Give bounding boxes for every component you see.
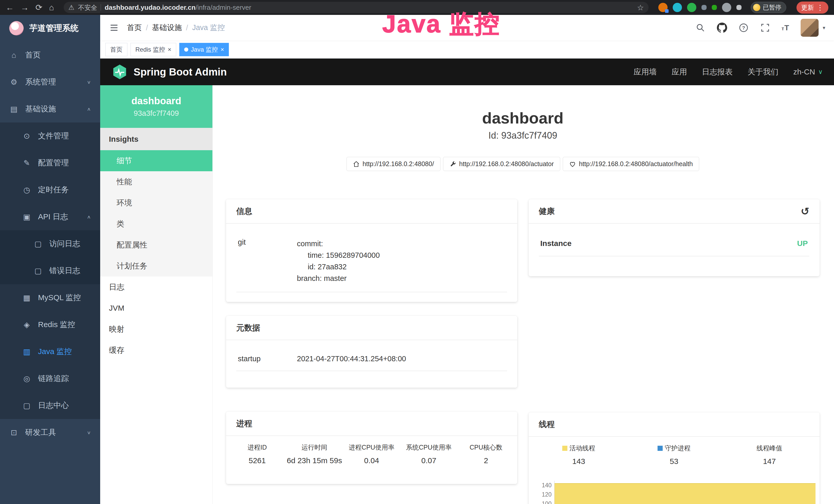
sba-menu-metrics[interactable]: 性能 [100,171,213,192]
sidebar-item-config-mgmt[interactable]: ✎ 配置管理 [0,150,100,176]
info-card: 信息 git commit: time: 1596289704000 id: 2… [226,199,517,302]
y-tick: 100 [531,499,554,504]
tab-java-monitor[interactable]: Java 监控 × [179,43,229,56]
threads-chart: 140 120 100 [529,481,820,504]
sba-nav-wall[interactable]: 应用墙 [633,67,657,77]
header-actions: ? тT ▾ [695,19,825,37]
redis-icon: ◈ [22,320,31,329]
browser-home-icon[interactable]: ⌂ [49,3,54,12]
menu-section-insights: Insights [100,128,213,150]
puzzle-extension-icon[interactable] [737,5,742,10]
chrome-update-button[interactable]: 更新 ⋮ [796,2,828,14]
sba-nav-about[interactable]: 关于我们 [747,67,778,77]
sba-menu-config-props[interactable]: 配置属性 [100,234,213,255]
extension-icon[interactable] [658,3,667,12]
sba-nav-journal[interactable]: 日志报表 [702,67,732,77]
column-header: CPU核心数 [458,443,515,452]
process-col-proc-cpu: 进程CPU使用率 0.04 [343,443,400,465]
legend-swatch-yellow [562,446,567,451]
sba-menu-details[interactable]: 细节 [100,150,213,171]
git-branch-line: branch: master [297,273,380,284]
sba-brand-label: Spring Boot Admin [134,66,227,78]
extension-icon[interactable] [687,3,696,12]
locale-select[interactable]: zh-CN ∨ [793,68,823,76]
sidebar-item-infrastructure[interactable]: ▤ 基础设施 ∧ [0,95,100,122]
extension-icon[interactable] [673,3,682,12]
locale-label: zh-CN [793,68,815,76]
search-icon[interactable] [695,23,706,33]
sba-brand[interactable]: Spring Boot Admin [111,64,227,80]
sidebar-item-mysql-monitor[interactable]: ▦ MySQL 监控 [0,284,100,311]
extension-icon[interactable] [701,5,707,10]
health-url-button[interactable]: http://192.168.0.2:48080/actuator/health [563,157,699,171]
wrench-icon [449,161,456,167]
sba-menu-caches[interactable]: 缓存 [100,340,213,361]
sidebar-item-file-mgmt[interactable]: ⊙ 文件管理 [0,122,100,150]
legend-value: 147 [722,457,817,466]
profile-paused-badge[interactable]: 已暂停 [751,2,786,13]
chart-y-axis: 140 120 100 [531,481,554,504]
bookmark-star-icon[interactable]: ☆ [637,3,644,12]
user-avatar[interactable] [800,19,818,37]
font-size-icon[interactable]: тT [782,23,789,32]
svg-text:?: ? [742,25,745,30]
instance-id: 93a3fc7f7409 [134,109,179,118]
fullscreen-icon[interactable] [760,23,770,33]
forward-icon[interactable]: → [21,3,29,12]
sba-nav-applications[interactable]: 应用 [672,67,687,77]
github-icon[interactable] [717,23,727,33]
back-icon[interactable]: ← [6,3,14,12]
breadcrumb-item[interactable]: 首页 [127,23,142,33]
extension-icon[interactable] [722,3,731,12]
avatar-caret-icon: ▾ [823,25,825,31]
breadcrumb-item-current: Java 监控 [192,23,225,33]
address-bar[interactable]: ⚠ 不安全 dashboard.yudao.iocoder.cn/infra/a… [64,2,649,13]
sidebar-item-java-monitor[interactable]: ▥ Java 监控 [0,338,100,365]
breadcrumb-item[interactable]: 基础设施 [152,23,182,33]
help-icon[interactable]: ? [739,23,749,33]
sba-menu-scheduled-tasks[interactable]: 计划任务 [100,255,213,276]
cards-left-column: 信息 git commit: time: 1596289704000 id: 2… [226,199,517,484]
sidebar-item-system-mgmt[interactable]: ⚙ 系统管理 ∨ [0,69,100,95]
column-value: 0.07 [400,456,458,465]
app-logo[interactable]: 芋道管理系统 [0,15,100,42]
sidebar-item-tracing[interactable]: ◎ 链路追踪 [0,365,100,392]
history-icon[interactable]: ↺ [800,205,809,217]
info-git-row: git commit: time: 1596289704000 id: 27aa… [236,231,507,292]
close-icon[interactable]: × [220,46,224,53]
sidebar-item-dev-tools[interactable]: ⊡ 研发工具 ∨ [0,419,100,446]
chevron-down-icon: ∨ [87,430,91,435]
hamburger-icon[interactable] [109,23,119,33]
sidebar-item-log-center[interactable]: ▢ 日志中心 [0,392,100,419]
sba-menu-mappings[interactable]: 映射 [100,319,213,340]
sba-menu-environment[interactable]: 环境 [100,192,213,213]
instance-header[interactable]: dashboard 93a3fc7f7409 [100,85,213,128]
extension-icon[interactable] [712,5,717,10]
tabs-bar: 首页 Redis 监控 × Java 监控 × [100,41,834,59]
home-icon: ⌂ [9,51,19,60]
service-url-button[interactable]: http://192.168.0.2:48080/ [347,157,440,171]
tab-label: Redis 监控 [135,45,165,54]
sidebar-item-label: 错误日志 [49,266,80,276]
sba-menu-jvm[interactable]: JVM [100,298,213,319]
sba-menu-logs[interactable]: 日志 [100,276,213,298]
sidebar-item-home[interactable]: ⌂ 首页 [0,42,100,69]
browser-menu-icon[interactable]: ⋮ [816,3,824,12]
close-icon[interactable]: × [168,46,171,53]
sidebar-item-scheduled-tasks[interactable]: ◷ 定时任务 [0,176,100,203]
actuator-url-button[interactable]: http://192.168.0.2:48080/actuator [443,157,560,171]
reload-icon[interactable]: ⟳ [36,3,42,12]
sidebar-item-api-logs[interactable]: ▣ API 日志 ∧ [0,203,100,230]
threads-card: 线程 活动线程 143 [529,412,820,504]
sba-menu-classes[interactable]: 类 [100,213,213,234]
sba-header: Spring Boot Admin 应用墙 应用 日志报表 关于我们 zh-CN… [100,59,834,85]
column-value: 0.04 [343,456,400,465]
y-tick: 120 [531,490,554,499]
tab-home[interactable]: 首页 [105,43,127,56]
sidebar-item-access-logs[interactable]: ▢ 访问日志 [0,230,100,257]
tab-redis-monitor[interactable]: Redis 监控 × [130,43,176,56]
sidebar-item-error-logs[interactable]: ▢ 错误日志 [0,257,100,284]
sidebar-item-redis-monitor[interactable]: ◈ Redis 监控 [0,311,100,338]
metadata-value: 2021-04-27T00:44:31.254+08:00 [297,354,406,363]
clock-icon: ◷ [22,185,31,194]
